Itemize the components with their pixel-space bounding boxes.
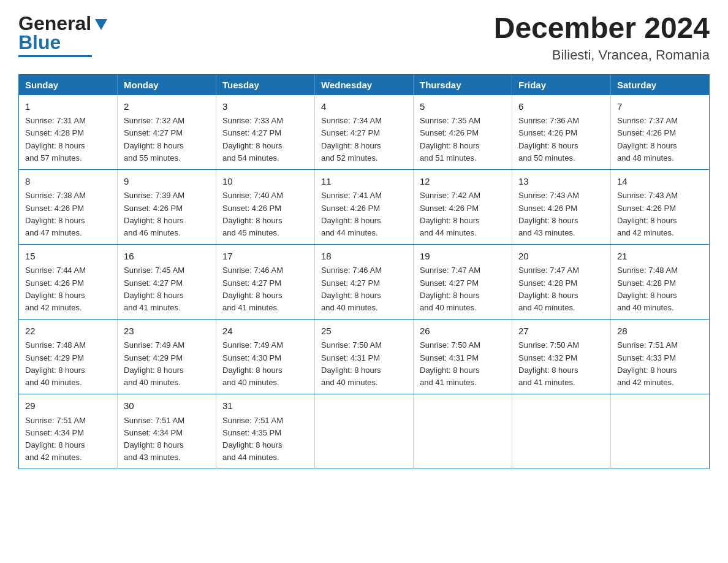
calendar-cell: 16Sunrise: 7:45 AM Sunset: 4:27 PM Dayli… bbox=[118, 244, 216, 319]
col-wednesday: Wednesday bbox=[315, 74, 414, 95]
calendar-cell: 13Sunrise: 7:43 AM Sunset: 4:26 PM Dayli… bbox=[512, 169, 611, 244]
day-info: Sunrise: 7:32 AM Sunset: 4:27 PM Dayligh… bbox=[124, 115, 210, 164]
day-info: Sunrise: 7:43 AM Sunset: 4:26 PM Dayligh… bbox=[617, 190, 703, 239]
col-tuesday: Tuesday bbox=[216, 74, 315, 95]
day-number: 5 bbox=[420, 100, 506, 114]
month-title: December 2024 bbox=[494, 12, 710, 45]
calendar-cell: 26Sunrise: 7:50 AM Sunset: 4:31 PM Dayli… bbox=[414, 319, 512, 394]
col-saturday: Saturday bbox=[611, 74, 710, 95]
col-friday: Friday bbox=[512, 74, 611, 95]
calendar-cell: 11Sunrise: 7:41 AM Sunset: 4:26 PM Dayli… bbox=[315, 169, 414, 244]
day-number: 30 bbox=[124, 399, 210, 413]
day-info: Sunrise: 7:46 AM Sunset: 4:27 PM Dayligh… bbox=[321, 264, 407, 314]
calendar-cell: 12Sunrise: 7:42 AM Sunset: 4:26 PM Dayli… bbox=[414, 169, 512, 244]
calendar-cell bbox=[414, 394, 512, 469]
page: General Blue December 2024 Biliesti, Vra… bbox=[0, 0, 728, 481]
calendar-table: Sunday Monday Tuesday Wednesday Thursday… bbox=[18, 74, 710, 469]
day-number: 4 bbox=[321, 100, 407, 114]
calendar-cell: 21Sunrise: 7:48 AM Sunset: 4:28 PM Dayli… bbox=[611, 244, 710, 319]
calendar-week-row: 29Sunrise: 7:51 AM Sunset: 4:34 PM Dayli… bbox=[19, 394, 710, 469]
day-info: Sunrise: 7:48 AM Sunset: 4:29 PM Dayligh… bbox=[25, 339, 111, 389]
day-number: 20 bbox=[518, 250, 604, 264]
day-number: 26 bbox=[420, 324, 506, 339]
day-info: Sunrise: 7:45 AM Sunset: 4:27 PM Dayligh… bbox=[124, 264, 210, 314]
day-info: Sunrise: 7:36 AM Sunset: 4:26 PM Dayligh… bbox=[518, 115, 604, 164]
calendar-cell: 20Sunrise: 7:47 AM Sunset: 4:28 PM Dayli… bbox=[512, 244, 611, 319]
day-info: Sunrise: 7:41 AM Sunset: 4:26 PM Dayligh… bbox=[321, 190, 407, 239]
day-info: Sunrise: 7:51 AM Sunset: 4:33 PM Dayligh… bbox=[617, 339, 703, 389]
day-info: Sunrise: 7:50 AM Sunset: 4:32 PM Dayligh… bbox=[518, 339, 604, 389]
day-number: 22 bbox=[25, 324, 111, 339]
calendar-body: 1Sunrise: 7:31 AM Sunset: 4:28 PM Daylig… bbox=[19, 95, 710, 469]
day-number: 31 bbox=[222, 399, 308, 413]
day-number: 28 bbox=[617, 324, 703, 339]
col-thursday: Thursday bbox=[414, 74, 512, 95]
day-number: 15 bbox=[25, 250, 111, 264]
calendar-cell: 15Sunrise: 7:44 AM Sunset: 4:26 PM Dayli… bbox=[19, 244, 118, 319]
calendar-week-row: 1Sunrise: 7:31 AM Sunset: 4:28 PM Daylig… bbox=[19, 95, 710, 170]
svg-marker-0 bbox=[95, 19, 107, 30]
calendar-cell: 1Sunrise: 7:31 AM Sunset: 4:28 PM Daylig… bbox=[19, 95, 118, 170]
day-info: Sunrise: 7:31 AM Sunset: 4:28 PM Dayligh… bbox=[25, 115, 111, 164]
day-info: Sunrise: 7:33 AM Sunset: 4:27 PM Dayligh… bbox=[222, 115, 308, 164]
day-number: 9 bbox=[124, 175, 210, 189]
day-number: 25 bbox=[321, 324, 407, 339]
day-number: 13 bbox=[518, 175, 604, 189]
day-info: Sunrise: 7:38 AM Sunset: 4:26 PM Dayligh… bbox=[25, 190, 111, 239]
calendar-cell: 6Sunrise: 7:36 AM Sunset: 4:26 PM Daylig… bbox=[512, 95, 611, 170]
day-number: 8 bbox=[25, 175, 111, 189]
days-of-week-row: Sunday Monday Tuesday Wednesday Thursday… bbox=[19, 74, 710, 95]
day-info: Sunrise: 7:47 AM Sunset: 4:28 PM Dayligh… bbox=[518, 264, 604, 314]
calendar-cell: 10Sunrise: 7:40 AM Sunset: 4:26 PM Dayli… bbox=[216, 169, 315, 244]
day-info: Sunrise: 7:49 AM Sunset: 4:30 PM Dayligh… bbox=[222, 339, 308, 389]
calendar-cell: 2Sunrise: 7:32 AM Sunset: 4:27 PM Daylig… bbox=[118, 95, 216, 170]
day-number: 19 bbox=[420, 250, 506, 264]
day-info: Sunrise: 7:44 AM Sunset: 4:26 PM Dayligh… bbox=[25, 264, 111, 314]
day-info: Sunrise: 7:50 AM Sunset: 4:31 PM Dayligh… bbox=[420, 339, 506, 389]
calendar-cell: 24Sunrise: 7:49 AM Sunset: 4:30 PM Dayli… bbox=[216, 319, 315, 394]
day-number: 14 bbox=[617, 175, 703, 189]
day-info: Sunrise: 7:37 AM Sunset: 4:26 PM Dayligh… bbox=[617, 115, 703, 164]
day-number: 17 bbox=[222, 250, 308, 264]
calendar-week-row: 22Sunrise: 7:48 AM Sunset: 4:29 PM Dayli… bbox=[19, 319, 710, 394]
calendar-cell: 28Sunrise: 7:51 AM Sunset: 4:33 PM Dayli… bbox=[611, 319, 710, 394]
logo: General Blue bbox=[18, 12, 110, 57]
col-monday: Monday bbox=[118, 74, 216, 95]
calendar-cell: 31Sunrise: 7:51 AM Sunset: 4:35 PM Dayli… bbox=[216, 394, 315, 469]
day-info: Sunrise: 7:50 AM Sunset: 4:31 PM Dayligh… bbox=[321, 339, 407, 389]
calendar-cell: 14Sunrise: 7:43 AM Sunset: 4:26 PM Dayli… bbox=[611, 169, 710, 244]
calendar-cell: 4Sunrise: 7:34 AM Sunset: 4:27 PM Daylig… bbox=[315, 95, 414, 170]
calendar-cell: 5Sunrise: 7:35 AM Sunset: 4:26 PM Daylig… bbox=[414, 95, 512, 170]
day-info: Sunrise: 7:48 AM Sunset: 4:28 PM Dayligh… bbox=[617, 264, 703, 314]
day-info: Sunrise: 7:35 AM Sunset: 4:26 PM Dayligh… bbox=[420, 115, 506, 164]
day-info: Sunrise: 7:34 AM Sunset: 4:27 PM Dayligh… bbox=[321, 115, 407, 164]
calendar-cell: 7Sunrise: 7:37 AM Sunset: 4:26 PM Daylig… bbox=[611, 95, 710, 170]
day-number: 18 bbox=[321, 250, 407, 264]
calendar-cell bbox=[512, 394, 611, 469]
calendar-header: Sunday Monday Tuesday Wednesday Thursday… bbox=[19, 74, 710, 95]
header: General Blue December 2024 Biliesti, Vra… bbox=[18, 12, 710, 63]
calendar-cell: 23Sunrise: 7:49 AM Sunset: 4:29 PM Dayli… bbox=[118, 319, 216, 394]
calendar-cell bbox=[315, 394, 414, 469]
day-info: Sunrise: 7:49 AM Sunset: 4:29 PM Dayligh… bbox=[124, 339, 210, 389]
calendar-cell: 29Sunrise: 7:51 AM Sunset: 4:34 PM Dayli… bbox=[19, 394, 118, 469]
day-number: 3 bbox=[222, 100, 308, 114]
calendar-cell: 18Sunrise: 7:46 AM Sunset: 4:27 PM Dayli… bbox=[315, 244, 414, 319]
day-number: 27 bbox=[518, 324, 604, 339]
day-number: 29 bbox=[25, 399, 111, 413]
day-info: Sunrise: 7:46 AM Sunset: 4:27 PM Dayligh… bbox=[222, 264, 308, 314]
calendar-cell: 22Sunrise: 7:48 AM Sunset: 4:29 PM Dayli… bbox=[19, 319, 118, 394]
logo-triangle-icon bbox=[93, 14, 110, 31]
calendar-cell: 8Sunrise: 7:38 AM Sunset: 4:26 PM Daylig… bbox=[19, 169, 118, 244]
day-number: 21 bbox=[617, 250, 703, 264]
calendar-cell: 19Sunrise: 7:47 AM Sunset: 4:27 PM Dayli… bbox=[414, 244, 512, 319]
day-info: Sunrise: 7:51 AM Sunset: 4:34 PM Dayligh… bbox=[25, 415, 111, 464]
day-number: 16 bbox=[124, 250, 210, 264]
day-number: 23 bbox=[124, 324, 210, 339]
day-info: Sunrise: 7:42 AM Sunset: 4:26 PM Dayligh… bbox=[420, 190, 506, 239]
day-info: Sunrise: 7:47 AM Sunset: 4:27 PM Dayligh… bbox=[420, 264, 506, 314]
day-number: 1 bbox=[25, 100, 111, 114]
day-number: 2 bbox=[124, 100, 210, 114]
calendar-cell: 9Sunrise: 7:39 AM Sunset: 4:26 PM Daylig… bbox=[118, 169, 216, 244]
day-info: Sunrise: 7:51 AM Sunset: 4:35 PM Dayligh… bbox=[222, 415, 308, 464]
